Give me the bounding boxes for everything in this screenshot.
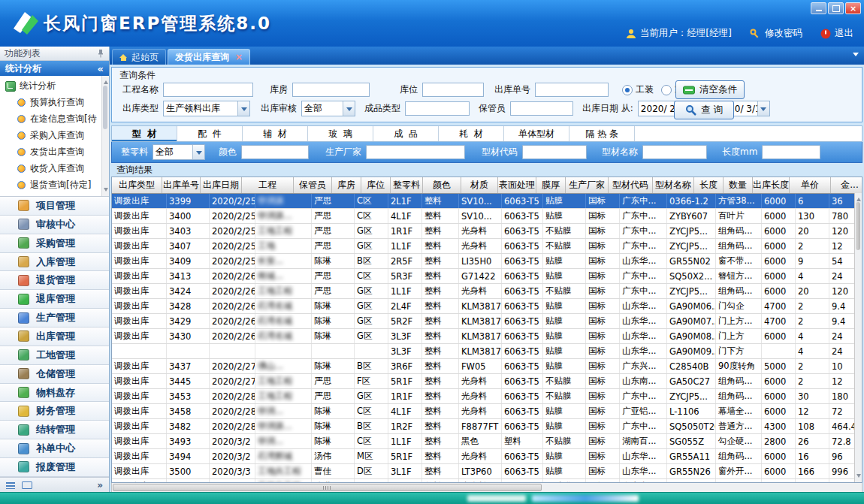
tree-root[interactable]: 统计分析: [0, 78, 109, 94]
profile-code-input[interactable]: [522, 145, 587, 159]
material-tab[interactable]: 辅 材: [243, 126, 308, 141]
table-row[interactable]: 调拨出库34302020/2/26石湾名城陈琳G区3L3F整料KLM381760…: [112, 329, 862, 344]
column-header[interactable]: 材质: [461, 177, 498, 193]
chevron-down-icon[interactable]: [343, 101, 355, 116]
column-header[interactable]: 库位: [361, 177, 391, 193]
scroll-up-icon[interactable]: [856, 195, 861, 201]
sidebar-menu-item[interactable]: 出库管理: [0, 327, 109, 346]
scroll-thumb[interactable]: [113, 484, 542, 491]
vertical-scrollbar[interactable]: [854, 193, 862, 482]
material-tab[interactable]: 成 品: [373, 126, 439, 141]
location-input[interactable]: [422, 83, 484, 97]
scroll-down-icon[interactable]: [856, 474, 861, 480]
table-row[interactable]: 调拨出库35002020/3/3工地共工程曹佳D区3L1F整料LT3P60606…: [112, 464, 862, 479]
sidebar-menu-item[interactable]: 工地管理: [0, 346, 109, 365]
keeper-input[interactable]: [510, 101, 573, 116]
product-type-input[interactable]: [405, 101, 470, 116]
close-button[interactable]: ×: [845, 2, 861, 14]
column-header[interactable]: 库房: [332, 177, 361, 193]
sidebar-menu-item[interactable]: 项目管理: [0, 197, 109, 216]
sidebar-tree-item[interactable]: 发货出库查询: [0, 143, 109, 160]
column-header[interactable]: 整零料: [391, 177, 423, 193]
search-button[interactable]: 查 询: [674, 101, 734, 119]
table-row[interactable]: 调拨出库34072020/2/25工地严思G区1L1F整料光身料6063-T5不…: [112, 239, 862, 254]
sidebar-menu-item[interactable]: 结转管理: [0, 421, 109, 439]
sidebar-menu-item[interactable]: 财务管理: [0, 402, 109, 421]
material-tab[interactable]: 玻 璃: [308, 126, 373, 141]
table-row[interactable]: 调拨出库34532020/2/28工地工程严思G区1R1F整料光身料6063-T…: [112, 389, 862, 404]
material-tab[interactable]: 耗 材: [439, 126, 504, 141]
column-header[interactable]: 型材代码: [609, 177, 653, 193]
scroll-down-icon[interactable]: [104, 188, 108, 194]
table-row[interactable]: 调拨出库34452020/2/27工地工程严思F区5R1F整料光身料6063-T…: [112, 374, 862, 389]
tab-shipment-outbound-query[interactable]: 发货出库查询×: [168, 49, 250, 65]
length-input[interactable]: [762, 145, 820, 159]
outbound-no-input[interactable]: [535, 83, 609, 97]
sidebar-tree-item[interactable]: 库存管理[待定]: [0, 193, 109, 197]
sidebar-menu-item[interactable]: 采购管理: [0, 234, 109, 253]
profile-name-input[interactable]: [642, 145, 707, 159]
overflow-chevron-icon[interactable]: »: [97, 480, 103, 490]
material-tab[interactable]: 单体型材: [504, 126, 569, 141]
column-header[interactable]: 出库类型: [112, 177, 162, 193]
out-type-select[interactable]: 生产领料出库: [163, 101, 250, 116]
sidebar-tree-item[interactable]: 退货查询[待定]: [0, 177, 109, 193]
column-header[interactable]: 出库长度: [753, 177, 790, 193]
sidebar-tree-item[interactable]: 采购入库查询: [0, 127, 109, 143]
sidebar-menu-item[interactable]: 退货管理: [0, 271, 109, 290]
table-row[interactable]: 调拨出库34242020/2/26工地工程严思G区1L1F整料光身料6063-T…: [112, 284, 862, 299]
column-header[interactable]: 生产厂家: [566, 177, 609, 193]
monitor-icon[interactable]: [22, 481, 32, 489]
column-header[interactable]: 金...: [831, 177, 862, 193]
table-row[interactable]: 调拨出库34092020/2/25长安...陈琳B区2R5F整料LI35H060…: [112, 254, 862, 269]
table-row[interactable]: 调拨出库34942020/3/2石湾辉城汤伟M区5R1F整料光身料6063-T5…: [112, 449, 862, 464]
table-row[interactable]: 调拨出库34032020/2/25工地工程严思G区1R1F整料光身料6063-T…: [112, 224, 862, 239]
maximize-button[interactable]: [828, 2, 844, 14]
chevron-down-icon[interactable]: [192, 145, 204, 159]
column-header[interactable]: 单价: [790, 177, 831, 193]
sidebar-menu-item[interactable]: 物料盘存: [0, 384, 109, 403]
table-row[interactable]: 调拨出库34932020/3/2华润...陈琳C区1L1F整料黑色塑料不贴膜国标…: [112, 434, 862, 449]
column-header[interactable]: 型材名称: [653, 177, 694, 193]
table-row[interactable]: 调拨出库33992020/2/25华润源严思C区2L1F整料SV10...606…: [112, 194, 862, 209]
change-password-button[interactable]: 修改密码: [750, 27, 802, 40]
table-row[interactable]: 调拨出库34002020/2/25华润源...严思C区4L1F整料SV10...…: [112, 209, 862, 224]
sidebar-menu-item[interactable]: 报废管理: [0, 458, 109, 477]
manufacturer-input[interactable]: [366, 145, 465, 159]
column-header[interactable]: 颜色: [423, 177, 461, 193]
zhengling-select[interactable]: 全部: [153, 144, 205, 160]
clear-conditions-button[interactable]: 清空条件: [675, 80, 745, 99]
table-row[interactable]: 调拨出库34582020/2/28华润...陈琳C区4L1F整料光身料6063-…: [112, 404, 862, 419]
table-row[interactable]: 3L3F整料KLM38176063-T5贴膜国标山东华...GA90M09...…: [112, 344, 862, 359]
table-row[interactable]: 调拨出库34822020/2/28华润源...陈琳B区1R2F整料F8877FT…: [112, 419, 862, 434]
chevron-down-icon[interactable]: [237, 101, 249, 116]
sidebar-tree-item[interactable]: 预算执行查询: [0, 94, 109, 110]
sidebar-tree-item[interactable]: 在途信息查询[待: [0, 110, 109, 127]
list-view-icon[interactable]: [6, 482, 15, 489]
sidebar-menu-item[interactable]: 审核中心: [0, 216, 109, 234]
scroll-thumb[interactable]: [103, 86, 107, 129]
radio-gongzhuang[interactable]: 工装: [622, 83, 654, 96]
tree-scrollbar[interactable]: [101, 76, 109, 196]
scroll-up-icon[interactable]: [104, 78, 108, 84]
color-input[interactable]: [241, 145, 309, 159]
close-tab-icon[interactable]: ×: [235, 52, 243, 62]
pin-icon[interactable]: [97, 49, 104, 58]
sidebar-section-header[interactable]: 统计分析 «: [0, 61, 109, 76]
material-tab[interactable]: 型 材: [112, 126, 177, 141]
project-name-input[interactable]: [163, 83, 253, 97]
column-header[interactable]: 长度: [694, 177, 724, 193]
tab-list-dropdown-icon[interactable]: [853, 53, 859, 59]
sidebar-menu-item[interactable]: 生产管理: [0, 309, 109, 327]
table-row[interactable]: 调拨出库34372020/2/27佛山...陈琳B区3R6F整料FW056063…: [112, 359, 862, 374]
logout-button[interactable]: 退出: [820, 27, 853, 40]
table-row[interactable]: 调拨出库34282020/2/26石湾名城陈琳G区2L4F整料KLM381760…: [112, 299, 862, 314]
material-tab[interactable]: 配 件: [177, 126, 243, 141]
column-header[interactable]: 表面处理: [498, 177, 536, 193]
column-header[interactable]: 保管员: [294, 177, 332, 193]
column-header[interactable]: 出库日期: [201, 177, 242, 193]
column-header[interactable]: 出库单号: [162, 177, 201, 193]
minimize-button[interactable]: [811, 2, 826, 14]
audit-select[interactable]: 全部: [301, 101, 355, 116]
sidebar-tree-item[interactable]: 收货入库查询: [0, 160, 109, 177]
